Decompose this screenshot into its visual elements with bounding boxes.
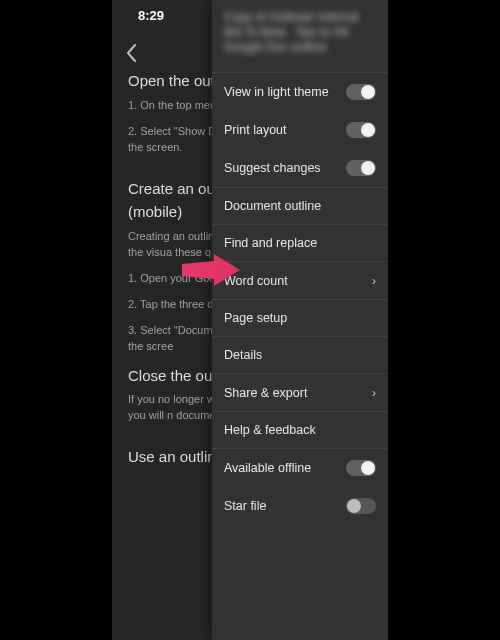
- menu-word-count[interactable]: Word count ›: [212, 262, 388, 299]
- overflow-menu-panel: Copy of Outbrain Internal Bid To Beat · …: [212, 0, 388, 640]
- toggle-available-offline[interactable]: [346, 460, 376, 476]
- menu-document-outline[interactable]: Document outline: [212, 188, 388, 224]
- menu-details[interactable]: Details: [212, 337, 388, 373]
- chevron-right-icon: ›: [372, 273, 376, 288]
- menu-find-replace[interactable]: Find and replace: [212, 225, 388, 261]
- menu-label: Suggest changes: [224, 161, 346, 175]
- menu-print-layout[interactable]: Print layout: [212, 111, 388, 149]
- toggle-star-file[interactable]: [346, 498, 376, 514]
- toggle-light-theme[interactable]: [346, 84, 376, 100]
- menu-label: Help & feedback: [224, 423, 376, 437]
- pillarbox-right: [388, 0, 500, 640]
- menu-label: Document outline: [224, 199, 376, 213]
- chevron-right-icon: ›: [372, 385, 376, 400]
- menu-label: View in light theme: [224, 85, 346, 99]
- menu-label: Page setup: [224, 311, 376, 325]
- menu-label: Details: [224, 348, 376, 362]
- pillarbox-left: [0, 0, 112, 640]
- menu-suggest-changes[interactable]: Suggest changes: [212, 149, 388, 187]
- menu-page-setup[interactable]: Page setup: [212, 300, 388, 336]
- menu-share-export[interactable]: Share & export ›: [212, 374, 388, 411]
- toggle-print-layout[interactable]: [346, 122, 376, 138]
- menu-label: Star file: [224, 499, 346, 513]
- menu-label: Available offline: [224, 461, 346, 475]
- menu-view-light-theme[interactable]: View in light theme: [212, 73, 388, 111]
- menu-label: Print layout: [224, 123, 346, 137]
- phone-canvas: 8:29 Open the outlin 1. On the top menu …: [112, 0, 388, 640]
- document-title-blurred: Copy of Outbrain Internal Bid To Beat · …: [212, 0, 388, 72]
- menu-label: Share & export: [224, 386, 372, 400]
- menu-star-file[interactable]: Star file: [212, 487, 388, 525]
- menu-available-offline[interactable]: Available offline: [212, 449, 388, 487]
- status-time: 8:29: [138, 8, 164, 23]
- menu-label: Find and replace: [224, 236, 376, 250]
- menu-help-feedback[interactable]: Help & feedback: [212, 412, 388, 448]
- menu-label: Word count: [224, 274, 372, 288]
- toggle-suggest-changes[interactable]: [346, 160, 376, 176]
